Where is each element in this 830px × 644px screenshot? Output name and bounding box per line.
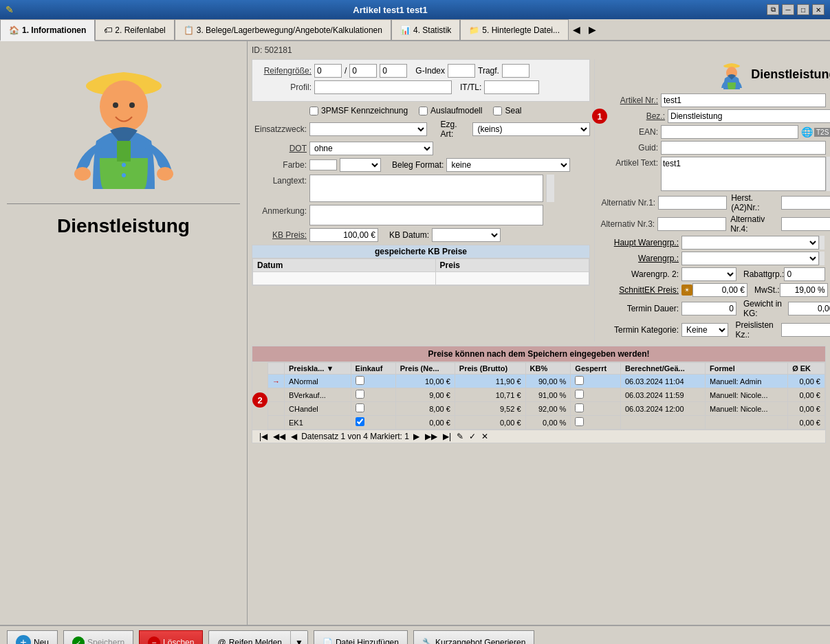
kb-col-preis[interactable]: Preis [435, 259, 589, 272]
kb-col-datum[interactable]: Datum [253, 259, 436, 272]
farbe-select[interactable] [340, 158, 381, 172]
dot-select[interactable]: ohnemit [309, 142, 433, 155]
gesperrt-checkbox[interactable] [575, 376, 584, 385]
tab-informationen[interactable]: 🏠 1. Informationen [0, 19, 95, 41]
herst-input[interactable] [781, 196, 830, 210]
wg-select[interactable] [681, 252, 819, 265]
farbe-row: Farbe: Beleg Format: keine [252, 158, 590, 172]
table-row[interactable]: → ANormal 10,00 € 11,90 € 90,00 % 06.03.… [268, 375, 825, 388]
nav-edit[interactable]: ✎ [455, 432, 465, 441]
ezg-select[interactable]: (keins) [472, 122, 590, 136]
col-ek[interactable]: Ø EK [788, 363, 825, 375]
nav-check[interactable]: ✓ [468, 432, 477, 441]
profil-val[interactable] [314, 80, 452, 94]
table-row[interactable]: CHandel 8,00 € 9,52 € 92,00 % 06.03.2024… [268, 402, 825, 416]
row-einkauf [351, 416, 395, 430]
einkauf-checkbox[interactable] [356, 390, 364, 399]
nav-last[interactable]: ▶| [441, 432, 452, 441]
nav-cancel[interactable]: ✕ [480, 432, 490, 441]
row-name: ANormal [285, 375, 351, 388]
guid-input[interactable] [661, 141, 826, 155]
anmerkung-textarea[interactable] [309, 205, 543, 225]
maximize-button[interactable]: □ [797, 4, 809, 15]
neu-button[interactable]: + Neu [7, 630, 58, 644]
ittl-val[interactable] [484, 80, 539, 94]
pmsf-checkbox[interactable] [309, 107, 318, 115]
restore-button[interactable]: ⧉ [767, 4, 779, 15]
nav-prev[interactable]: ◀ [290, 432, 298, 441]
reifen-button[interactable]: @ Reifen Melden [208, 630, 290, 644]
auslauf-checkbox[interactable] [419, 107, 428, 115]
kb-preis-input[interactable] [309, 228, 378, 242]
gindex-val[interactable] [448, 64, 475, 78]
wg2-select[interactable] [681, 267, 736, 281]
langtext-textarea[interactable] [309, 175, 543, 202]
tab-reifenlabel[interactable]: 🏷 2. Reifenlabel [95, 19, 174, 40]
loeschen-button[interactable]: − Löschen [139, 630, 203, 644]
col-kb-pct[interactable]: KB% [525, 363, 571, 375]
kb-preis-label: KB Preis: [252, 230, 307, 240]
alternativ1-input[interactable] [658, 196, 727, 210]
beleg-select[interactable]: keine [446, 158, 570, 172]
termin-kat-row: Termin Kategorie: Keine Preislisten Kz.: [599, 320, 830, 340]
tabs-scroll-right[interactable]: ▶ [585, 19, 600, 40]
schnitt-ek-input[interactable] [692, 283, 747, 297]
color-swatch[interactable] [309, 159, 337, 170]
reifen-val2[interactable] [349, 64, 377, 78]
einkauf-checkbox[interactable] [356, 376, 364, 385]
col-formel[interactable]: Formel [706, 363, 788, 375]
bezeich-input[interactable] [668, 109, 830, 123]
alternativ3-input[interactable] [657, 217, 726, 231]
nav-prev-fast[interactable]: ◀◀ [272, 432, 287, 441]
tab-belege[interactable]: 📋 3. Belege/Lagerbewegung/Angebote/Kalku… [175, 19, 391, 40]
tabs-scroll-left[interactable]: ◀ [569, 19, 585, 40]
speichern-button[interactable]: ✓ Speichern [63, 630, 133, 644]
rabattgrp-input[interactable] [784, 267, 825, 281]
kb-datum-select[interactable] [432, 228, 501, 242]
datei-button[interactable]: 📄 Datei Hinzufügen [314, 630, 408, 644]
col-gesperrt[interactable]: Gesperrt [571, 363, 621, 375]
col-einkauf[interactable]: Einkauf [351, 363, 395, 375]
col-preis-br[interactable]: Preis (Brutto) [455, 363, 525, 375]
einkauf-checkbox[interactable] [356, 417, 364, 426]
preislisten-input[interactable] [781, 323, 830, 337]
artikel-text-scrollbar[interactable] [826, 157, 830, 191]
left-image-panel: Dienstleistung [0, 41, 248, 625]
reifen-val1[interactable] [314, 64, 342, 78]
alternativ4-input[interactable] [781, 217, 830, 231]
tab-statistik[interactable]: 📊 4. Statistik [391, 19, 460, 40]
col-preis-ne[interactable]: Preis (Ne... [395, 363, 455, 375]
service-image [55, 48, 193, 199]
termin-dauer-input[interactable] [681, 302, 736, 315]
gesperrt-checkbox[interactable] [575, 417, 584, 426]
artikel-text-textarea[interactable]: test1 [661, 157, 826, 191]
kurzangebot-button[interactable]: 🔧 Kurzangebot Generieren [413, 630, 534, 644]
col-preiskla[interactable]: Preiskla... ▼ [285, 363, 351, 375]
termin-kat-select[interactable]: Keine [681, 323, 728, 337]
close-button[interactable]: ✕ [812, 4, 824, 15]
nav-first[interactable]: |◀ [258, 432, 269, 441]
col-berechnet[interactable]: Berechnet/Geä... [620, 363, 705, 375]
gewicht-input[interactable] [788, 302, 830, 315]
nav-next[interactable]: ▶ [412, 432, 421, 441]
svg-point-5 [157, 167, 173, 181]
gesperrt-checkbox[interactable] [575, 403, 584, 412]
langtext-scrollbar[interactable] [546, 175, 554, 202]
table-row[interactable]: BVerkauf... 9,00 € 10,71 € 91,00 % 06.03… [268, 388, 825, 402]
seal-checkbox[interactable] [493, 107, 502, 115]
table-row[interactable]: EK1 0,00 € 0,00 € 0,00 % 0,00 € [268, 416, 825, 430]
tragf-val[interactable] [502, 64, 529, 78]
reifen-val3[interactable] [380, 64, 407, 78]
minimize-button[interactable]: ─ [782, 4, 794, 15]
ean-input[interactable] [661, 125, 798, 139]
artikel-nr-input[interactable] [661, 93, 826, 107]
reifen-dropdown-arrow[interactable]: ▼ [290, 630, 308, 644]
haupt-wg-select[interactable] [681, 236, 819, 249]
einsatz-select[interactable] [309, 122, 427, 136]
nav-next-fast[interactable]: ▶▶ [424, 432, 439, 441]
mwst-input[interactable] [780, 283, 828, 297]
einkauf-checkbox[interactable] [356, 403, 364, 412]
dot-row: DOT ohnemit [252, 142, 590, 155]
gesperrt-checkbox[interactable] [575, 390, 584, 399]
tab-dateien[interactable]: 📁 5. Hinterlegte Datei... [460, 19, 569, 40]
